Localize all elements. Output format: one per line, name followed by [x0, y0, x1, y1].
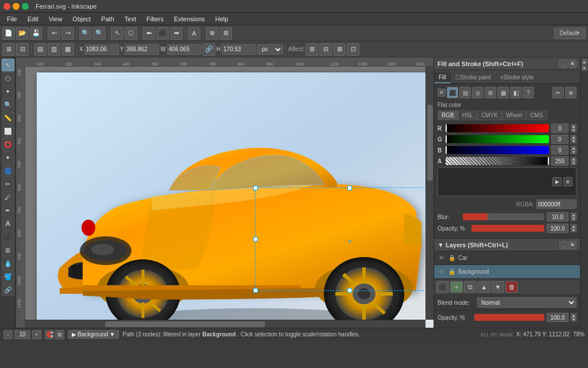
close-button[interactable]: [3, 3, 10, 10]
select-tool[interactable]: ↖: [2, 59, 14, 71]
layer-del-btn[interactable]: 🗑: [505, 281, 518, 293]
horizontal-scrollbar[interactable]: [25, 320, 425, 328]
handle-top-left[interactable]: [253, 186, 258, 190]
tab-cmyk[interactable]: CMYK: [477, 110, 502, 120]
grid-status-icon[interactable]: ⊞: [55, 330, 64, 339]
align-right-btn[interactable]: ➡: [170, 27, 183, 40]
edit-paint-btn[interactable]: ✏: [552, 87, 564, 98]
opacity-slider[interactable]: [471, 225, 544, 232]
layer-opacity-input[interactable]: [547, 313, 568, 322]
measure-tool[interactable]: 📏: [2, 112, 14, 124]
menu-view[interactable]: View: [44, 14, 67, 24]
none-paint-btn[interactable]: ✕: [438, 89, 446, 97]
layer-dup-btn[interactable]: ⧉: [464, 281, 477, 293]
menu-filters[interactable]: Filters: [142, 14, 168, 24]
lock-aspect-btn[interactable]: 🔗: [203, 43, 215, 56]
layers-minimize-btn[interactable]: _: [559, 241, 567, 249]
transform2-btn[interactable]: ⊟: [16, 43, 29, 56]
opacity-down[interactable]: ▼: [571, 228, 577, 232]
document-page[interactable]: +: [37, 72, 434, 328]
tab-stroke-style[interactable]: ≡Stroke style: [496, 72, 538, 83]
affect-geo-btn[interactable]: ⊞: [305, 43, 318, 56]
r-value-input[interactable]: [551, 124, 568, 133]
zoom-out-status-btn[interactable]: -: [3, 330, 13, 339]
layer-opacity-slider[interactable]: [474, 314, 544, 321]
r-up[interactable]: ▲: [571, 124, 577, 128]
blend-mode-select[interactable]: Normal Multiply Screen Overlay: [477, 297, 577, 308]
zoom-input[interactable]: [14, 330, 30, 339]
layer-color-btn[interactable]: ⬛: [436, 281, 449, 293]
layer-move-down-btn[interactable]: ▼: [492, 281, 504, 293]
g-down[interactable]: ▼: [571, 139, 577, 143]
dist-btn[interactable]: ▥: [48, 43, 60, 56]
layer-car[interactable]: 👁 🔒 Car: [434, 251, 580, 265]
w-input[interactable]: [167, 44, 202, 55]
a-value-input[interactable]: [551, 156, 568, 166]
swatch-btn[interactable]: ◧: [510, 87, 521, 98]
align-btns[interactable]: ▤: [34, 43, 47, 56]
layer-eye-bg[interactable]: 👁: [438, 268, 446, 276]
unknown-btn[interactable]: ?: [523, 87, 534, 98]
node-tool[interactable]: ⬡: [2, 72, 14, 85]
dropper-tool[interactable]: 💧: [2, 257, 14, 270]
blur-slider[interactable]: [463, 213, 544, 220]
layer-opacity-up[interactable]: ▲: [571, 313, 577, 317]
pencil-tool[interactable]: ✏: [2, 178, 14, 190]
snap2-btn[interactable]: ⊞: [219, 27, 232, 40]
g-up[interactable]: ▲: [571, 135, 577, 139]
b-slider[interactable]: [446, 146, 549, 154]
menu-help[interactable]: Help: [211, 14, 233, 24]
r-down[interactable]: ▼: [571, 128, 577, 132]
ellipse-tool[interactable]: ⭕: [2, 138, 14, 151]
affect-filter-btn[interactable]: ⊠: [333, 43, 346, 56]
transform-btn[interactable]: ⊞: [2, 43, 15, 56]
paint-bucket-tool[interactable]: 🪣: [2, 270, 14, 283]
layer-background[interactable]: 👁 🔒 Background: [434, 265, 580, 279]
panel-minimize-btn[interactable]: _: [559, 60, 567, 68]
opacity-value-input[interactable]: [547, 224, 568, 233]
linear-grad-btn[interactable]: ▤: [459, 87, 471, 98]
undo-button[interactable]: ↩: [48, 27, 60, 40]
calligraphy-tool[interactable]: ✒: [2, 204, 14, 217]
save-button[interactable]: 💾: [30, 27, 42, 40]
mesh-tool[interactable]: ⊞: [2, 244, 14, 256]
handle-bot-left[interactable]: [253, 288, 258, 293]
zoom-out-button[interactable]: 🔍: [79, 27, 92, 40]
layer-move-up-btn[interactable]: ▲: [478, 281, 490, 293]
radial-grad-btn[interactable]: ◎: [472, 87, 483, 98]
layer-lock-car[interactable]: 🔒: [448, 254, 456, 262]
menu-object[interactable]: Object: [68, 14, 95, 24]
h-input[interactable]: [222, 44, 256, 55]
layers-close-btn[interactable]: ✕: [568, 241, 577, 249]
align-center-btn[interactable]: ⬛: [156, 27, 169, 40]
canvas-area[interactable]: 100 200 300 400 500 600 700 800 900 1000…: [16, 57, 434, 328]
tab-rgb[interactable]: RGB: [438, 110, 458, 120]
x-input[interactable]: [84, 44, 119, 55]
connector-tool[interactable]: 🔗: [2, 283, 14, 296]
b-value-input[interactable]: [551, 145, 568, 155]
snap-status-icon[interactable]: 🧲: [45, 330, 54, 339]
rs-btn-2[interactable]: ▼: [582, 65, 587, 71]
layer-add-btn[interactable]: +: [450, 281, 463, 293]
tab-wheel[interactable]: Wheel: [502, 110, 526, 120]
blur-down[interactable]: ▼: [571, 217, 577, 221]
mesh-grad-btn[interactable]: ⊞: [485, 87, 496, 98]
minimize-button[interactable]: [13, 3, 20, 10]
prev-btn-2[interactable]: ⊕: [563, 177, 572, 186]
new-button[interactable]: 📄: [2, 27, 15, 40]
zoom-in-button[interactable]: 🔍: [93, 27, 106, 40]
vertical-scrollbar[interactable]: [425, 67, 434, 320]
rect-tool[interactable]: ⬜: [2, 125, 14, 137]
opacity-up[interactable]: ▲: [571, 224, 577, 228]
a-down[interactable]: ▼: [571, 161, 577, 165]
layer-opacity-down[interactable]: ▼: [571, 317, 577, 321]
h-scrollbar-thumb[interactable]: [105, 321, 265, 327]
r-slider[interactable]: [446, 124, 549, 132]
zoom-in-status-btn[interactable]: +: [32, 330, 41, 339]
flat-color-btn[interactable]: ⬛: [447, 87, 458, 98]
snap-btn[interactable]: ⊕: [206, 27, 218, 40]
menu-text[interactable]: Text: [120, 14, 141, 24]
window-controls[interactable]: [3, 3, 29, 10]
text-tool[interactable]: A: [2, 217, 14, 230]
rs-btn-1[interactable]: ▲: [582, 59, 587, 64]
